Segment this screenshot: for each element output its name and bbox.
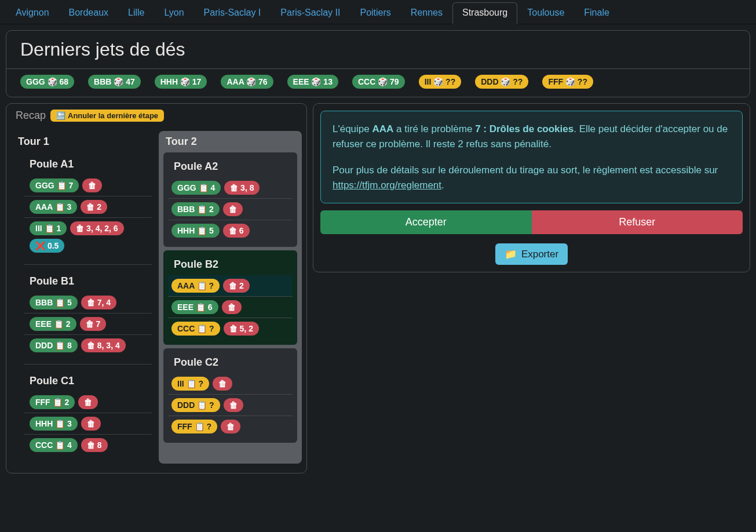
info-box: L'équipe AAA a tiré le problème 7 : Drôl… bbox=[320, 111, 743, 203]
info-problem: 7 : Drôles de cookies bbox=[475, 123, 574, 134]
tour: Tour 1Poule A1GGG 📋 7🗑AAA 📋 3🗑 2III 📋 1🗑… bbox=[11, 131, 159, 464]
dice-card: Derniers jets de dés GGG 🎲 68BBB 🎲 47HHH… bbox=[6, 30, 750, 97]
team-problem-badge: CCC 📋 4 bbox=[30, 438, 78, 452]
export-label: Exporter bbox=[521, 249, 558, 260]
export-button[interactable]: 📁 Exporter bbox=[495, 243, 568, 265]
poule: Poule B1BBB 📋 5🗑 7, 4EEE 📋 2🗑 7DDD 📋 8🗑 … bbox=[24, 269, 152, 359]
team-row: FFF 📋 2🗑 bbox=[24, 392, 152, 413]
tab-toulouse[interactable]: Toulouse bbox=[517, 2, 574, 24]
tab-rennes[interactable]: Rennes bbox=[401, 2, 452, 24]
divider bbox=[24, 364, 152, 365]
team-penalty-badge: ❌ 0.5 bbox=[30, 239, 64, 253]
dice-title: Derniers jets de dés bbox=[6, 31, 750, 69]
team-problem-badge: HHH 📋 3 bbox=[30, 417, 78, 431]
team-row: CCC 📋 ?🗑 5, 2 bbox=[168, 318, 293, 339]
team-problem-badge: EEE 📋 6 bbox=[171, 300, 218, 314]
info-text: Pour plus de détails sur le déroulement … bbox=[333, 165, 718, 176]
info-text: a tiré le problème bbox=[393, 123, 475, 134]
team-row: FFF 📋 ?🗑 bbox=[168, 416, 293, 437]
team-row: AAA 📋 ?🗑 2 bbox=[168, 275, 293, 297]
poule: Poule C1FFF 📋 2🗑HHH 📋 3🗑CCC 📋 4🗑 8 bbox=[24, 369, 152, 459]
folder-icon: 📁 bbox=[505, 248, 517, 260]
team-problem-badge: III 📋 ? bbox=[171, 377, 209, 391]
team-problem-badge: BBB 📋 5 bbox=[30, 296, 78, 309]
poule-label: Poule A2 bbox=[174, 161, 293, 173]
team-problem-badge: III 📋 1 bbox=[30, 221, 67, 235]
recap-card: Recap 🔙 Annuler la dernière étape Tour 1… bbox=[6, 103, 307, 473]
info-team: AAA bbox=[372, 123, 393, 134]
team-problem-badge: HHH 📋 5 bbox=[171, 224, 220, 238]
tour-label: Tour 1 bbox=[18, 136, 152, 148]
dice-badge-hhh: HHH 🎲 17 bbox=[155, 75, 207, 89]
info-text: . bbox=[441, 180, 444, 191]
tours-container: Tour 1Poule A1GGG 📋 7🗑AAA 📋 3🗑 2III 📋 1🗑… bbox=[6, 126, 306, 473]
team-reject-badge: 🗑 2 bbox=[81, 200, 107, 214]
poule-label: Poule C2 bbox=[174, 356, 293, 369]
team-reject-badge: 🗑 bbox=[213, 377, 232, 391]
team-problem-badge: FFF 📋 2 bbox=[30, 395, 75, 409]
team-problem-badge: DDD 📋 8 bbox=[30, 338, 78, 352]
team-reject-badge: 🗑 bbox=[81, 417, 101, 431]
tab-lille[interactable]: Lille bbox=[118, 2, 154, 24]
team-row: III 📋 ?🗑 bbox=[168, 373, 293, 395]
tab-avignon[interactable]: Avignon bbox=[6, 2, 59, 24]
team-row: III 📋 1🗑 3, 4, 2, 6❌ 0.5 bbox=[24, 218, 152, 256]
tab-poitiers[interactable]: Poitiers bbox=[350, 2, 400, 24]
team-row: EEE 📋 6🗑 bbox=[168, 297, 293, 318]
tab-finale[interactable]: Finale bbox=[574, 2, 619, 24]
team-row: CCC 📋 4🗑 8 bbox=[24, 435, 152, 456]
team-reject-badge: 🗑 5, 2 bbox=[224, 322, 259, 336]
team-reject-badge: 🗑 bbox=[224, 398, 243, 412]
team-row: HHH 📋 5🗑 6 bbox=[168, 220, 293, 241]
tab-paris-saclay-ii[interactable]: Paris-Saclay II bbox=[271, 2, 350, 24]
accept-button[interactable]: Accepter bbox=[320, 210, 532, 234]
dice-badge-fff: FFF 🎲 ?? bbox=[542, 75, 593, 89]
team-row: BBB 📋 2🗑 bbox=[168, 199, 293, 220]
team-row: EEE 📋 2🗑 7 bbox=[24, 314, 152, 335]
team-reject-badge: 🗑 3, 4, 2, 6 bbox=[70, 221, 123, 235]
poule-label: Poule B1 bbox=[30, 275, 152, 287]
poule: Poule A2GGG 📋 4🗑 3, 8BBB 📋 2🗑HHH 📋 5🗑 6 bbox=[163, 152, 297, 247]
poule: Poule C2III 📋 ?🗑DDD 📋 ?🗑FFF 📋 ?🗑 bbox=[163, 348, 297, 443]
team-reject-badge: 🗑 7, 4 bbox=[81, 296, 116, 309]
tab-bordeaux[interactable]: Bordeaux bbox=[59, 2, 119, 24]
recap-label: Recap bbox=[16, 110, 46, 122]
tab-paris-saclay-i[interactable]: Paris-Saclay I bbox=[194, 2, 271, 24]
recap-header: Recap 🔙 Annuler la dernière étape bbox=[6, 104, 306, 126]
team-problem-badge: CCC 📋 ? bbox=[171, 322, 220, 336]
team-problem-badge: AAA 📋 3 bbox=[30, 200, 77, 214]
team-reject-badge: 🗑 bbox=[222, 300, 242, 314]
region-tabs: AvignonBordeauxLilleLyonParis-Saclay IPa… bbox=[0, 0, 756, 24]
rules-link[interactable]: https://tfjm.org/reglement bbox=[333, 180, 441, 191]
team-row: BBB 📋 5🗑 7, 4 bbox=[24, 292, 152, 314]
team-problem-badge: FFF 📋 ? bbox=[171, 420, 217, 433]
refuse-button[interactable]: Refuser bbox=[532, 210, 743, 234]
team-row: GGG 📋 7🗑 bbox=[24, 175, 152, 196]
poule-label: Poule A1 bbox=[30, 158, 152, 170]
poule: Poule A1GGG 📋 7🗑AAA 📋 3🗑 2III 📋 1🗑 3, 4,… bbox=[24, 152, 152, 260]
dice-badge-aaa: AAA 🎲 76 bbox=[221, 75, 273, 89]
tab-lyon[interactable]: Lyon bbox=[155, 2, 194, 24]
team-problem-badge: GGG 📋 4 bbox=[171, 181, 221, 195]
back-icon: 🔙 bbox=[56, 111, 65, 120]
undo-button[interactable]: 🔙 Annuler la dernière étape bbox=[50, 110, 164, 122]
team-reject-badge: 🗑 7 bbox=[80, 317, 107, 331]
team-row: HHH 📋 3🗑 bbox=[24, 413, 152, 435]
team-problem-badge: DDD 📋 ? bbox=[171, 398, 220, 412]
dice-row: GGG 🎲 68BBB 🎲 47HHH 🎲 17AAA 🎲 76EEE 🎲 13… bbox=[6, 69, 750, 97]
team-row: AAA 📋 3🗑 2 bbox=[24, 196, 152, 218]
undo-label: Annuler la dernière étape bbox=[68, 111, 158, 120]
team-reject-badge: 🗑 8 bbox=[81, 438, 108, 452]
poule-label: Poule B2 bbox=[174, 258, 293, 271]
tab-strasbourg[interactable]: Strasbourg bbox=[452, 2, 517, 24]
team-reject-badge: 🗑 8, 3, 4 bbox=[81, 338, 126, 352]
team-reject-badge: 🗑 bbox=[221, 420, 240, 433]
team-reject-badge: 🗑 bbox=[82, 178, 102, 192]
team-row: GGG 📋 4🗑 3, 8 bbox=[168, 177, 293, 199]
divider bbox=[24, 264, 152, 265]
team-problem-badge: BBB 📋 2 bbox=[171, 202, 220, 216]
dice-badge-iii: III 🎲 ?? bbox=[419, 75, 462, 89]
team-problem-badge: EEE 📋 2 bbox=[30, 317, 76, 331]
team-reject-badge: 🗑 6 bbox=[223, 224, 250, 238]
poule: Poule B2AAA 📋 ?🗑 2EEE 📋 6🗑CCC 📋 ?🗑 5, 2 bbox=[163, 250, 297, 345]
